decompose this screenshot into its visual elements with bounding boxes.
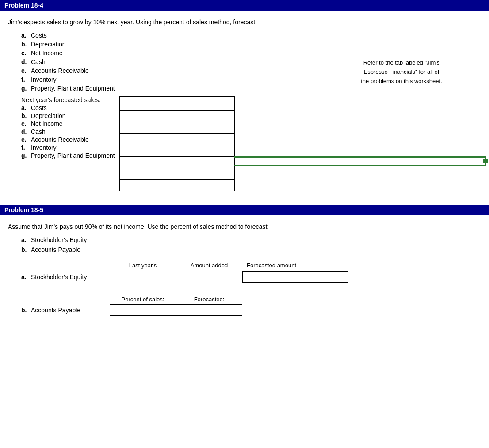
problem-185-intro: Assume that Jim's pays out 90% of its ne… [8,223,481,230]
list-item: b. Accounts Payable [21,246,481,253]
forecast-grid-row: Next year's forecasted sales: a. Costs b… [21,96,340,191]
accounts-payable-section: Percent of sales: Forecasted: b. Account… [21,296,481,316]
row-b-header: Percent of sales: Forecasted: [110,296,481,303]
forecast-label-row: g. Property, Plant and Equipment [21,152,115,159]
forecast-label-row: a. Costs [21,104,115,111]
list-item: a. Stockholder's Equity [21,236,481,243]
input-grid [119,96,235,191]
input-cell[interactable] [119,157,177,168]
stockholders-equity-label: Stockholder's Equity [31,273,110,281]
list-item: c. Net Income [21,49,340,57]
table-row [119,111,234,122]
problem-185-items: a. Stockholder's Equity b. Accounts Paya… [21,236,481,253]
input-cell[interactable] [119,134,177,145]
problem-185-header: Problem 18-5 [0,205,489,215]
problem-184-items: a. Costs b. Depreciation c. Net Income d… [21,32,340,92]
forecasted-input[interactable] [176,304,242,316]
table-row [119,134,234,145]
input-cell[interactable] [119,145,177,157]
percent-of-sales-input[interactable] [110,304,176,316]
list-item: e. Accounts Receivable [21,67,340,74]
list-item: g. Property, Plant and Equipment [21,85,340,92]
problem-184-section: Jim's expects sales to grow by 10% next … [0,19,489,191]
forecast-label-row: d. Cash [21,128,115,135]
forecast-label-row: e. Accounts Receivable [21,136,115,143]
problem-184-header: Problem 18-4 [0,0,489,11]
col-header-amount-added: Amount added [176,262,242,269]
list-item: b. Depreciation [21,41,340,48]
forecast-table [119,96,235,191]
input-cell[interactable] [119,122,177,134]
table-row [119,180,234,191]
table-row [119,145,234,157]
list-item: d. Cash [21,58,340,65]
forecasted-header: Forecasted: [176,296,242,303]
input-cell[interactable] [177,180,234,191]
input-cell[interactable] [177,145,234,157]
table-row [119,157,234,168]
green-arrow-endpoint [483,159,488,163]
input-cell[interactable] [177,111,234,122]
list-item: a. Costs [21,32,340,39]
row-a-section: Last year's Amount added Forecasted amou… [21,262,481,316]
problem-184-intro: Jim's expects sales to grow by 10% next … [8,19,481,26]
table-row [119,97,234,111]
input-cell[interactable] [177,97,234,111]
input-cell[interactable] [177,122,234,134]
stockholders-equity-row: a. Stockholder's Equity [21,271,481,283]
input-cell[interactable] [119,97,177,111]
accounts-payable-label: Accounts Payable [31,307,110,314]
table-row [119,168,234,180]
input-cell[interactable] [177,157,234,168]
forecast-label-row: b. Depreciation [21,112,115,119]
next-year-label: Next year's forecasted sales: [21,96,115,103]
col-header-forecasted: Forecasted amount [242,262,348,269]
forecast-label-row: f. Inventory [21,144,115,151]
col-header-last-year: Last year's [110,262,176,269]
table-row [119,122,234,134]
refer-box: Refer to the tab labeled "Jim'sEspresso … [340,58,463,191]
input-cell[interactable] [119,111,177,122]
forecast-label-row: c. Net Income [21,120,115,127]
accounts-payable-row: b. Accounts Payable [21,304,481,316]
problem-185-section: Assume that Jim's pays out 90% of its ne… [0,223,489,316]
forecasted-amount-input[interactable] [242,271,348,283]
input-cell[interactable] [177,168,234,180]
table-header-row: Last year's Amount added Forecasted amou… [110,262,481,269]
forecasted-area: Next year's forecasted sales: a. Costs b… [21,96,340,191]
green-arrow [234,156,486,166]
input-cell[interactable] [119,180,177,191]
input-cell[interactable] [177,134,234,145]
list-item: f. Inventory [21,76,340,83]
input-cell[interactable] [119,168,177,180]
percent-of-sales-header: Percent of sales: [110,296,176,303]
forecast-labels: Next year's forecasted sales: a. Costs b… [21,96,115,160]
